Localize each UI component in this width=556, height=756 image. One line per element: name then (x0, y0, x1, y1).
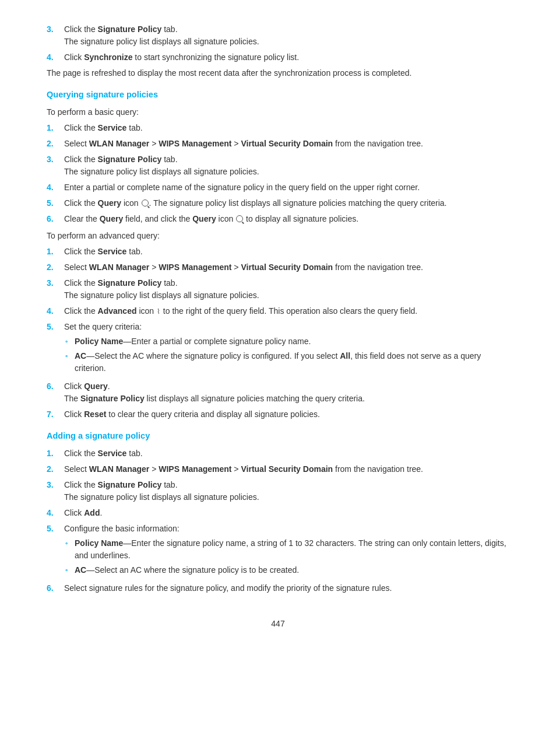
add-step-2-content: Select WLAN Manager > WIPS Management > … (64, 463, 509, 475)
adv-step-2-content: Select WLAN Manager > WIPS Management > … (64, 261, 509, 274)
basic-query-intro: To perform a basic query: (47, 106, 509, 118)
basic-step-6-content: Clear the Query field, and click the Que… (64, 213, 509, 225)
basic-step-num-4: 4. (47, 181, 64, 194)
adv-step-5: 5. Set the query criteria: ⚬ Policy Name… (47, 321, 509, 377)
adv-step-7: 7. Click Reset to clear the query criter… (47, 408, 509, 421)
advanced-query-intro: To perform an advanced query: (47, 230, 509, 242)
step-3-content: Click the Signature Policy tab. The sign… (64, 23, 509, 48)
add-step-4-content: Click Add. (64, 507, 509, 519)
basic-step-num-5: 5. (47, 197, 64, 209)
add-step-num-4: 4. (47, 507, 64, 519)
add-step-1: 1. Click the Service tab. (47, 447, 509, 460)
add-step-2: 2. Select WLAN Manager > WIPS Management… (47, 463, 509, 475)
add-step-3-subtext: The signature policy list displays all s… (64, 492, 259, 502)
basic-step-2: 2. Select WLAN Manager > WIPS Management… (47, 138, 509, 150)
querying-section: Querying signature policies To perform a… (47, 89, 509, 421)
step-num-4: 4. (47, 51, 64, 64)
bullet-dot-add-2: ⚬ (64, 564, 75, 575)
adding-heading: Adding a signature policy (47, 430, 509, 443)
adv-step-4: 4. Click the Advanced icon ⌇ to the righ… (47, 305, 509, 317)
add-step-5: 5. Configure the basic information: ⚬ Po… (47, 523, 509, 579)
advanced-icon: ⌇ (157, 306, 160, 317)
adv-step-3-content: Click the Signature Policy tab. The sign… (64, 277, 509, 302)
adding-steps-list: 1. Click the Service tab. 2. Select WLAN… (47, 447, 509, 594)
bullet-dot-1: ⚬ (64, 335, 75, 346)
bullet-policy-name: ⚬ Policy Name—Enter a partial or complet… (64, 335, 509, 348)
bullet-add-policy-name-content: Policy Name—Enter the signature policy n… (75, 537, 509, 562)
add-step-3: 3. Click the Signature Policy tab. The s… (47, 479, 509, 503)
add-step-4: 4. Click Add. (47, 507, 509, 519)
basic-step-num-2: 2. (47, 138, 64, 150)
step-4-content: Click Synchronize to start synchronizing… (64, 51, 509, 64)
advanced-query-list: 1. Click the Service tab. 2. Select WLAN… (47, 246, 509, 421)
add-step-6-content: Select signature rules for the signature… (64, 582, 509, 594)
adv-step-6: 6. Click Query. The Signature Policy lis… (47, 380, 509, 405)
bullet-policy-name-content: Policy Name—Enter a partial or complete … (75, 335, 509, 348)
add-step-6: 6. Select signature rules for the signat… (47, 582, 509, 594)
basic-step-4-content: Enter a partial or complete name of the … (64, 181, 509, 194)
add-step-num-5: 5. (47, 523, 64, 535)
adding-section: Adding a signature policy 1. Click the S… (47, 430, 509, 594)
basic-step-2-content: Select WLAN Manager > WIPS Management > … (64, 138, 509, 150)
adv-step-3: 3. Click the Signature Policy tab. The s… (47, 277, 509, 302)
top-numbered-list: 3. Click the Signature Policy tab. The s… (47, 23, 509, 64)
bullet-add-policy-name: ⚬ Policy Name—Enter the signature policy… (64, 537, 509, 562)
bullet-ac-content: AC—Select the AC where the signature pol… (75, 350, 509, 374)
basic-step-num-6: 6. (47, 213, 64, 225)
basic-step-5-content: Click the Query icon . The signature pol… (64, 197, 509, 209)
basic-step-3-subtext: The signature policy list displays all s… (64, 167, 259, 176)
step-3-bold: Signature Policy (98, 24, 162, 34)
bullet-ac: ⚬ AC—Select the AC where the signature p… (64, 350, 509, 374)
top-steps-block: 3. Click the Signature Policy tab. The s… (47, 23, 509, 79)
adv-step-7-content: Click Reset to clear the query criteria … (64, 408, 509, 421)
adv-step-1: 1. Click the Service tab. (47, 246, 509, 258)
adv-step-4-content: Click the Advanced icon ⌇ to the right o… (64, 305, 509, 317)
page-num-text: 447 (271, 619, 284, 628)
add-step-3-content: Click the Signature Policy tab. The sign… (64, 479, 509, 503)
adv-step-2: 2. Select WLAN Manager > WIPS Management… (47, 261, 509, 274)
search-icon-2 (236, 215, 243, 222)
basic-step-num-3: 3. (47, 153, 64, 166)
basic-step-1: 1. Click the Service tab. (47, 122, 509, 134)
bullet-add-ac: ⚬ AC—Select an AC where the signature po… (64, 564, 509, 576)
page-number: 447 (47, 618, 509, 630)
top-step-3: 3. Click the Signature Policy tab. The s… (47, 23, 509, 48)
adv-step-num-1: 1. (47, 246, 64, 258)
step-num-3: 3. (47, 23, 64, 36)
bullet-dot-add-1: ⚬ (64, 537, 75, 548)
add-step-1-content: Click the Service tab. (64, 447, 509, 460)
search-icon (142, 200, 149, 206)
add-step-num-3: 3. (47, 479, 64, 491)
adv-step-num-5: 5. (47, 321, 64, 333)
add-step-num-6: 6. (47, 582, 64, 594)
basic-step-6: 6. Clear the Query field, and click the … (47, 213, 509, 225)
step-4-bold: Synchronize (84, 52, 132, 62)
adv-step-num-7: 7. (47, 408, 64, 421)
bullet-add-ac-content: AC—Select an AC where the signature poli… (75, 564, 509, 576)
adv-step-6-subtext: The Signature Policy list displays all s… (64, 394, 365, 403)
bullet-dot-2: ⚬ (64, 350, 75, 360)
adv-step-3-subtext: The signature policy list displays all s… (64, 290, 259, 300)
top-step-4: 4. Click Synchronize to start synchroniz… (47, 51, 509, 64)
adv-step-5-bullets: ⚬ Policy Name—Enter a partial or complet… (64, 335, 509, 374)
add-step-num-1: 1. (47, 447, 64, 460)
querying-heading: Querying signature policies (47, 89, 509, 102)
adv-step-6-content: Click Query. The Signature Policy list d… (64, 380, 509, 405)
step-3-subtext: The signature policy list displays all s… (64, 37, 259, 46)
add-step-5-content: Configure the basic information: ⚬ Polic… (64, 523, 509, 579)
basic-step-1-bold: Service (98, 123, 127, 132)
sync-note: The page is refreshed to display the mos… (47, 67, 509, 79)
adv-step-num-3: 3. (47, 277, 64, 289)
adv-step-num-4: 4. (47, 305, 64, 317)
add-step-num-2: 2. (47, 463, 64, 475)
adv-step-1-content: Click the Service tab. (64, 246, 509, 258)
add-step-5-bullets: ⚬ Policy Name—Enter the signature policy… (64, 537, 509, 576)
adv-step-5-content: Set the query criteria: ⚬ Policy Name—En… (64, 321, 509, 377)
basic-step-4: 4. Enter a partial or complete name of t… (47, 181, 509, 194)
basic-step-3: 3. Click the Signature Policy tab. The s… (47, 153, 509, 178)
basic-step-3-content: Click the Signature Policy tab. The sign… (64, 153, 509, 178)
page-content: 3. Click the Signature Policy tab. The s… (0, 0, 556, 756)
basic-query-list: 1. Click the Service tab. 2. Select WLAN… (47, 122, 509, 225)
adv-step-num-2: 2. (47, 261, 64, 274)
basic-step-5: 5. Click the Query icon . The signature … (47, 197, 509, 209)
